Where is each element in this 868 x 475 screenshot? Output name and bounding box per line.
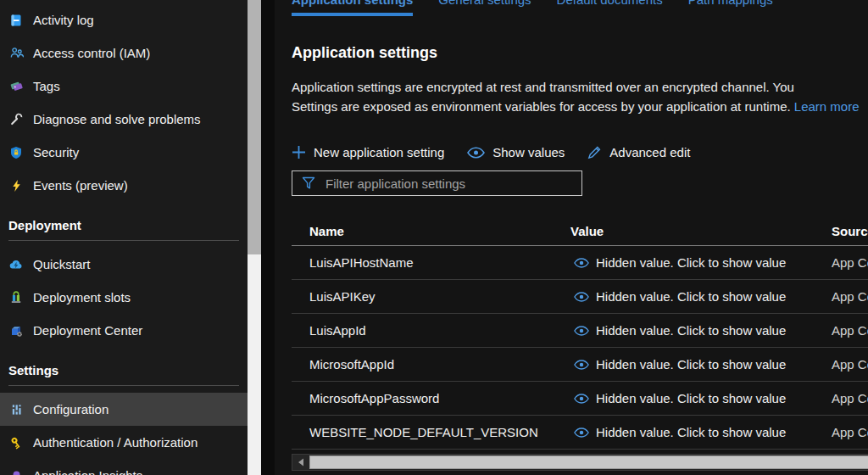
sidebar-item-application-insights[interactable]: Application Insights	[0, 459, 248, 475]
setting-source: App Config	[832, 425, 868, 439]
setting-name: LuisAPIKey	[292, 289, 570, 304]
table-row[interactable]: MicrosoftAppId Hidden value. Click to sh…	[292, 348, 868, 382]
sidebar-item-label: Application Insights	[33, 468, 142, 475]
section-divider	[8, 385, 239, 386]
table-header-row: Name Value Source	[292, 217, 868, 246]
setting-source: App Config	[832, 255, 868, 270]
eye-icon[interactable]	[574, 428, 589, 438]
tab-default-documents[interactable]: Default documents	[557, 0, 663, 16]
eye-icon[interactable]	[574, 360, 589, 370]
hidden-value-text[interactable]: Hidden value. Click to show value	[596, 357, 786, 372]
pencil-icon	[587, 145, 602, 159]
hidden-value-text[interactable]: Hidden value. Click to show value	[596, 391, 786, 405]
new-application-setting-button[interactable]: New application setting	[292, 145, 444, 159]
sidebar-item-label: Diagnose and solve problems	[33, 112, 201, 126]
sidebar-item-deployment-slots[interactable]: Deployment slots	[0, 281, 248, 314]
description-line-2: Settings are exposed as environment vari…	[292, 97, 868, 116]
sidebar-scrollbar-thumb[interactable]	[248, 0, 261, 254]
sidebar-item-label: Deployment Center	[33, 323, 142, 338]
sidebar-item-label: Access control (IAM)	[33, 46, 150, 60]
sidebar-item-diagnose[interactable]: Diagnose and solve problems	[0, 103, 248, 136]
hidden-value-text[interactable]: Hidden value. Click to show value	[596, 323, 786, 338]
filter-application-settings-input[interactable]	[324, 176, 556, 192]
page-title: Application settings	[292, 44, 868, 62]
sidebar-item-label: Security	[33, 145, 79, 159]
description-line-1: Application settings are encrypted at re…	[292, 77, 868, 97]
filter-funnel-icon	[302, 176, 315, 190]
setting-source: App Config	[832, 289, 868, 304]
shield-icon	[8, 145, 24, 160]
hidden-value-text[interactable]: Hidden value. Click to show value	[596, 255, 786, 270]
sidebar-item-label: Deployment slots	[33, 290, 131, 305]
sidebar-item-configuration[interactable]: Configuration	[0, 393, 248, 426]
setting-source: App Config	[832, 391, 868, 405]
setting-name: MicrosoftAppId	[292, 357, 570, 372]
people-icon	[8, 46, 24, 61]
setting-name: MicrosoftAppPassword	[292, 391, 570, 405]
section-divider	[8, 240, 239, 241]
sidebar-item-label: Tags	[33, 79, 60, 93]
table-row[interactable]: MicrosoftAppPassword Hidden value. Click…	[292, 382, 868, 416]
tab-general-settings[interactable]: General settings	[438, 0, 531, 16]
application-settings-table: Name Value Source LuisAPIHostName Hidden…	[292, 217, 868, 450]
lightning-icon	[8, 178, 24, 193]
sidebar-item-authentication[interactable]: Authentication / Authorization	[0, 426, 248, 459]
sidebar-item-label: Configuration	[33, 402, 108, 416]
eye-icon[interactable]	[574, 394, 589, 404]
sidebar-item-quickstart[interactable]: Quickstart	[0, 248, 248, 281]
sidebar-section-settings: Settings	[0, 360, 248, 381]
column-header-name: Name	[292, 224, 570, 238]
activity-log-icon	[8, 13, 24, 28]
eye-icon[interactable]	[574, 326, 589, 336]
eye-icon[interactable]	[574, 292, 589, 302]
sidebar-item-label: Events (preview)	[33, 178, 128, 193]
setting-name: LuisAppId	[292, 323, 570, 338]
tags-icon	[8, 79, 24, 94]
wrench-icon	[8, 112, 24, 127]
tab-application-settings[interactable]: Application settings	[292, 0, 413, 16]
setting-source: App Config	[832, 323, 868, 338]
tab-path-mappings[interactable]: Path mappings	[688, 0, 773, 16]
setting-name: LuisAPIHostName	[292, 255, 570, 270]
sidebar-item-deployment-center[interactable]: Deployment Center	[0, 314, 248, 347]
settings-toolbar: New application setting Show values Adva…	[292, 145, 868, 159]
deployment-slots-icon	[8, 290, 24, 305]
advanced-edit-button[interactable]: Advanced edit	[587, 145, 690, 159]
setting-source: App Config	[832, 357, 868, 372]
table-row[interactable]: LuisAPIKey Hidden value. Click to show v…	[292, 280, 868, 314]
table-row[interactable]: LuisAppId Hidden value. Click to show va…	[292, 314, 868, 348]
column-header-value: Value	[570, 224, 832, 238]
sliders-icon	[8, 402, 24, 417]
cloud-lightning-icon	[8, 257, 24, 272]
sidebar-item-tags[interactable]: Tags	[0, 70, 248, 103]
sidebar-item-events[interactable]: Events (preview)	[0, 169, 248, 202]
sidebar-item-activity-log[interactable]: Activity log	[0, 3, 248, 36]
sidebar-section-deployment: Deployment	[0, 215, 248, 236]
learn-more-link[interactable]: Learn more	[794, 99, 860, 114]
setting-name: WEBSITE_NODE_DEFAULT_VERSION	[292, 425, 570, 439]
resource-menu-sidebar: Activity log Access control (IAM) Tags D…	[0, 0, 248, 475]
hidden-value-text[interactable]: Hidden value. Click to show value	[596, 289, 786, 304]
sidebar-scrollbar-track[interactable]	[248, 0, 261, 475]
table-row[interactable]: LuisAPIHostName Hidden value. Click to s…	[292, 246, 868, 280]
horizontal-scrollbar-thumb[interactable]	[309, 455, 868, 469]
eye-icon	[467, 147, 485, 159]
column-header-source: Source	[832, 224, 868, 238]
horizontal-scrollbar[interactable]	[292, 454, 868, 471]
sidebar-item-label: Authentication / Authorization	[33, 435, 198, 450]
sidebar-item-label: Quickstart	[33, 257, 91, 271]
sidebar-item-access-control[interactable]: Access control (IAM)	[0, 36, 248, 70]
table-row[interactable]: WEBSITE_NODE_DEFAULT_VERSION Hidden valu…	[292, 416, 868, 450]
sidebar-item-security[interactable]: Security	[0, 136, 248, 169]
key-icon	[8, 435, 24, 450]
hidden-value-text[interactable]: Hidden value. Click to show value	[596, 425, 786, 439]
plus-icon	[292, 145, 306, 159]
deployment-center-icon	[8, 323, 24, 338]
configuration-tabs: Application settings General settings De…	[292, 0, 868, 16]
page-description: Application settings are encrypted at re…	[292, 77, 868, 116]
eye-icon[interactable]	[574, 258, 589, 268]
filter-box	[292, 170, 582, 196]
scroll-left-button[interactable]	[292, 455, 309, 470]
lightbulb-icon	[8, 468, 24, 475]
show-values-button[interactable]: Show values	[467, 145, 565, 159]
